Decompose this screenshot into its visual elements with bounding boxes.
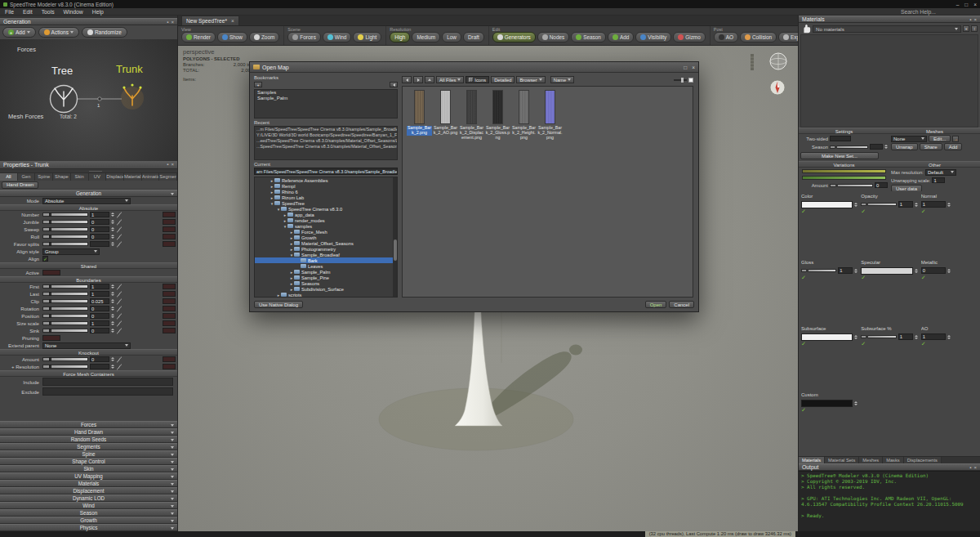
search-help-input[interactable]: Search Help... <box>901 9 975 15</box>
trunk-node[interactable] <box>121 87 144 110</box>
nav-forward-button[interactable] <box>413 76 423 83</box>
curve-icon[interactable] <box>116 298 122 305</box>
property-slider[interactable] <box>42 235 88 239</box>
materials-bottom-tab[interactable]: Meshes <box>859 457 883 463</box>
detailed-view-button[interactable]: Detailed <box>491 76 514 83</box>
folder-tree-item[interactable]: ▸ Rhino 6 <box>255 189 393 195</box>
toolbar-button[interactable]: Forces <box>287 32 321 43</box>
unwrap-button[interactable]: Unwrap <box>891 143 918 150</box>
file-filter-dropdown[interactable]: All Files <box>436 76 464 83</box>
materials-bottom-tab[interactable]: Masks <box>883 457 903 463</box>
toolbar-button[interactable]: Visibility <box>635 32 671 43</box>
channel-value[interactable]: 1 <box>921 201 946 208</box>
shared-group-header[interactable]: Shared <box>0 262 177 269</box>
bookmark-item[interactable]: Samples <box>255 90 397 96</box>
maximize-button[interactable]: □ <box>964 2 968 7</box>
toolbar-button[interactable]: AO <box>714 32 738 43</box>
property-value[interactable]: 0 <box>90 328 109 333</box>
recent-path-item[interactable]: ...SpeedTree/SpeedTree Cinema v8.3.0/sam… <box>255 144 397 150</box>
materials-bottom-tab[interactable]: Material Sets <box>825 457 859 463</box>
minimize-button[interactable]: – <box>956 2 960 7</box>
knockout-group-header[interactable]: Knockout <box>0 349 177 356</box>
generation-section-header[interactable]: Generation <box>0 190 177 197</box>
channel-enabled-check[interactable]: ✓ <box>861 208 917 216</box>
toolbar-button[interactable]: Show <box>217 32 247 43</box>
channel-slider[interactable] <box>801 269 836 272</box>
share-button[interactable]: Share <box>920 143 942 150</box>
amount-value[interactable]: 0 <box>875 182 888 188</box>
pruning-curve-swatch[interactable] <box>42 335 60 341</box>
spinner[interactable] <box>111 220 114 224</box>
output-console[interactable]: > SpeedTree® Modeler v8.3.0 (Cinema Edit… <box>799 471 980 531</box>
section-header[interactable]: Dynamic LOD <box>0 494 177 502</box>
section-header[interactable]: Wind <box>0 502 177 509</box>
two-sided-toggle[interactable] <box>830 136 851 141</box>
section-header[interactable]: Hand Drawn <box>0 428 177 436</box>
tree-scrollbar[interactable] <box>393 177 397 297</box>
property-value[interactable]: 0 <box>90 219 109 225</box>
profile-swatch[interactable] <box>163 364 176 369</box>
toolbar-button[interactable]: Zoom <box>249 32 279 43</box>
toolbar-button[interactable]: Gizmo <box>673 32 705 43</box>
spinner[interactable] <box>111 235 114 239</box>
section-header[interactable]: Forces <box>0 421 177 428</box>
spinner[interactable] <box>947 269 951 273</box>
close-icon[interactable]: × <box>231 18 234 24</box>
add-material-button[interactable]: + <box>963 25 969 32</box>
materials-list[interactable] <box>800 34 978 128</box>
property-value[interactable]: 1 <box>90 212 109 217</box>
add-bookmark-button[interactable]: + <box>254 82 262 87</box>
property-value[interactable]: 1 <box>90 291 109 297</box>
spinner[interactable] <box>947 335 951 339</box>
property-slider[interactable] <box>42 299 88 303</box>
channel-value[interactable]: 1 <box>838 267 853 274</box>
folder-tree-item[interactable]: Bark <box>255 257 393 263</box>
amount-slider[interactable] <box>830 184 873 187</box>
variation-gradient-2[interactable] <box>802 176 886 180</box>
toolbar-button[interactable]: Nodes <box>537 32 569 43</box>
nav-back-button[interactable] <box>402 76 412 83</box>
add-generator-button[interactable]: +Add <box>2 27 36 38</box>
recent-path-item[interactable]: ...m Files/SpeedTree/SpeedTree Cinema v8… <box>255 127 397 132</box>
toolbar-button[interactable]: Draft <box>463 32 484 43</box>
browser-view-button[interactable]: Browser <box>516 76 545 83</box>
profile-swatch[interactable] <box>163 219 176 225</box>
menu-item[interactable]: Edit <box>23 9 33 15</box>
properties-tab[interactable]: All <box>0 173 18 181</box>
channel-value[interactable]: 0 <box>921 267 946 274</box>
curve-icon[interactable] <box>116 291 122 298</box>
properties-tab[interactable]: Displacement <box>106 173 124 181</box>
folder-tree-item[interactable]: Leaves <box>255 263 393 269</box>
close-icon[interactable]: × <box>973 17 977 22</box>
align-style-dropdown[interactable]: Group <box>42 248 100 255</box>
spinner[interactable] <box>854 335 858 339</box>
channel-enabled-check[interactable]: ✓ <box>801 208 858 216</box>
toolbar-button[interactable]: Wind <box>323 32 352 43</box>
document-tab[interactable]: New SpeedTree* × <box>181 16 239 25</box>
section-header[interactable]: Spine <box>0 450 177 458</box>
collapse-pane-button[interactable] <box>390 82 398 87</box>
season-value[interactable] <box>870 144 883 150</box>
open-button[interactable]: Open <box>645 301 667 308</box>
spinner[interactable] <box>854 401 858 405</box>
actions-button[interactable]: Actions <box>38 27 79 38</box>
pin-icon[interactable]: ▪ <box>167 162 168 167</box>
color-swatch[interactable] <box>801 400 853 407</box>
property-value[interactable]: 1 <box>90 320 109 326</box>
randomize-button[interactable]: Randomize <box>82 27 127 38</box>
toolbar-button[interactable]: Collision <box>740 32 777 43</box>
file-item[interactable]: Sample_Bark_2_Gloss.png <box>485 90 510 140</box>
spinner[interactable] <box>111 314 114 318</box>
menu-item[interactable]: Help <box>92 9 104 15</box>
spinner[interactable] <box>111 284 114 289</box>
profile-swatch[interactable] <box>163 284 176 289</box>
folder-tree-item[interactable]: ▾ SpeedTree <box>255 200 393 206</box>
menu-item[interactable]: Window <box>64 9 83 15</box>
folder-tree-item[interactable]: ▾ Sample_Broadleaf <box>255 252 393 257</box>
property-value[interactable]: 0 <box>90 234 109 239</box>
property-slider[interactable] <box>42 242 88 246</box>
channel-enabled-check[interactable]: ✓ <box>921 208 978 216</box>
channel-enabled-check[interactable]: ✓ <box>861 275 917 282</box>
channel-enabled-check[interactable]: ✓ <box>861 341 917 348</box>
channel-enabled-check[interactable]: ✓ <box>801 275 858 282</box>
